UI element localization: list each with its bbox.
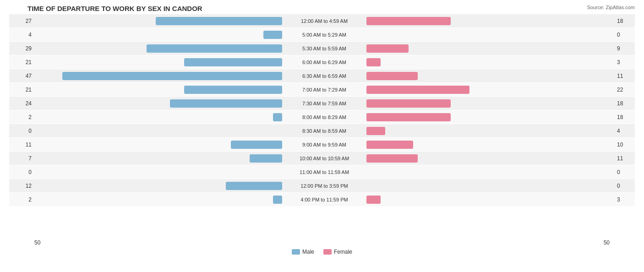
chart-row: 29 5:30 AM to 5:59 AM 9 [9, 42, 635, 55]
male-bar-wrap [34, 124, 283, 137]
female-bar-wrap [366, 55, 614, 69]
female-value: 11 [614, 155, 635, 162]
bars-center: 9:00 AM to 9:59 AM [34, 138, 614, 151]
time-label: 4:00 PM to 11:59 PM [283, 197, 366, 202]
male-value: 2 [9, 114, 34, 120]
male-bar-wrap [34, 193, 283, 206]
female-bar [366, 99, 451, 108]
female-bar-wrap [366, 28, 614, 41]
chart-row: 24 7:30 AM to 7:59 AM 18 [9, 97, 635, 110]
male-bar [250, 154, 282, 163]
female-bar [366, 196, 381, 204]
bottom-axis: 50 50 [9, 239, 635, 246]
female-value: 3 [614, 196, 635, 203]
female-value: 4 [614, 128, 635, 134]
male-value: 7 [9, 155, 34, 162]
female-bar [366, 141, 413, 149]
male-value: 21 [9, 87, 34, 93]
male-bar [273, 196, 282, 204]
male-bar-wrap [34, 14, 283, 27]
chart-row: 12 12:00 PM to 3:59 PM 0 [9, 179, 635, 192]
female-bar-wrap [366, 97, 614, 110]
male-bar-wrap [34, 138, 283, 151]
male-bar-wrap [34, 97, 283, 110]
time-label: 8:00 AM to 8:29 AM [283, 114, 366, 120]
female-value: 0 [614, 32, 635, 38]
male-bar [263, 31, 282, 39]
female-value: 22 [614, 87, 635, 93]
female-value: 10 [614, 141, 635, 148]
male-value: 47 [9, 73, 34, 79]
male-bar-wrap [34, 165, 283, 179]
female-bar-wrap [366, 110, 614, 124]
time-label: 11:00 AM to 11:59 AM [283, 169, 366, 175]
time-label: 7:30 AM to 7:59 AM [283, 101, 366, 106]
chart-row: 21 7:00 AM to 7:29 AM 22 [9, 83, 635, 96]
female-bar [366, 86, 469, 94]
male-bar [170, 99, 282, 108]
legend: Male Female [9, 249, 635, 255]
male-value: 11 [9, 141, 34, 148]
female-bar-wrap [366, 138, 614, 151]
female-bar [366, 154, 418, 163]
bars-center: 5:00 AM to 5:29 AM [34, 28, 614, 41]
female-value: 18 [614, 100, 635, 107]
female-bar [366, 17, 451, 25]
chart-row: 11 9:00 AM to 9:59 AM 10 [9, 138, 635, 151]
male-value: 29 [9, 45, 34, 52]
female-value: 18 [614, 18, 635, 24]
axis-left: 50 [34, 239, 40, 246]
female-value: 0 [614, 169, 635, 175]
time-label: 12:00 PM to 3:59 PM [283, 183, 366, 189]
female-bar-wrap [366, 165, 614, 179]
chart-row: 4 5:00 AM to 5:29 AM 0 [9, 28, 635, 41]
male-value: 12 [9, 183, 34, 189]
male-bar-wrap [34, 55, 283, 69]
male-bar [184, 86, 282, 94]
male-bar [231, 141, 282, 149]
chart-title: TIME OF DEPARTURE TO WORK BY SEX IN CAND… [9, 5, 635, 12]
male-bar [226, 182, 282, 190]
time-label: 12:00 AM to 4:59 AM [283, 18, 366, 24]
chart-row: 2 4:00 PM to 11:59 PM 3 [9, 193, 635, 206]
time-label: 9:00 AM to 9:59 AM [283, 142, 366, 147]
chart-row: 21 6:00 AM to 6:29 AM 3 [9, 55, 635, 69]
male-bar-wrap [34, 110, 283, 124]
male-value: 0 [9, 128, 34, 134]
chart-row: 0 8:30 AM to 8:59 AM 4 [9, 124, 635, 137]
female-bar [366, 58, 381, 66]
female-bar-wrap [366, 193, 614, 206]
male-bar-wrap [34, 28, 283, 41]
time-label: 10:00 AM to 10:59 AM [283, 156, 366, 161]
bars-center: 8:00 AM to 8:29 AM [34, 110, 614, 124]
bars-center: 6:30 AM to 6:59 AM [34, 69, 614, 82]
chart-row: 0 11:00 AM to 11:59 AM 0 [9, 165, 635, 179]
male-bar [147, 44, 282, 53]
legend-female-box [323, 249, 332, 255]
bars-center: 11:00 AM to 11:59 AM [34, 165, 614, 179]
male-value: 2 [9, 196, 34, 203]
chart-row: 47 6:30 AM to 6:59 AM 11 [9, 69, 635, 82]
male-value: 0 [9, 169, 34, 175]
male-bar-wrap [34, 179, 283, 192]
bars-center: 10:00 AM to 10:59 AM [34, 152, 614, 165]
female-bar-wrap [366, 83, 614, 96]
chart-row: 27 12:00 AM to 4:59 AM 18 [9, 14, 635, 27]
female-bar [366, 113, 451, 121]
female-bar [366, 72, 418, 80]
male-bar-wrap [34, 152, 283, 165]
source-label: Source: ZipAtlas.com [587, 5, 635, 10]
male-bar-wrap [34, 42, 283, 55]
female-value: 18 [614, 114, 635, 120]
chart-area: 27 12:00 AM to 4:59 AM 18 4 5:00 AM to 5… [9, 14, 635, 239]
female-value: 3 [614, 59, 635, 65]
time-label: 5:00 AM to 5:29 AM [283, 32, 366, 38]
male-bar-wrap [34, 69, 283, 82]
female-bar-wrap [366, 152, 614, 165]
bars-center: 12:00 PM to 3:59 PM [34, 179, 614, 192]
time-label: 5:30 AM to 5:59 AM [283, 46, 366, 51]
female-bar-wrap [366, 179, 614, 192]
bars-center: 8:30 AM to 8:59 AM [34, 124, 614, 137]
bars-center: 7:00 AM to 7:29 AM [34, 83, 614, 96]
chart-row: 2 8:00 AM to 8:29 AM 18 [9, 110, 635, 124]
